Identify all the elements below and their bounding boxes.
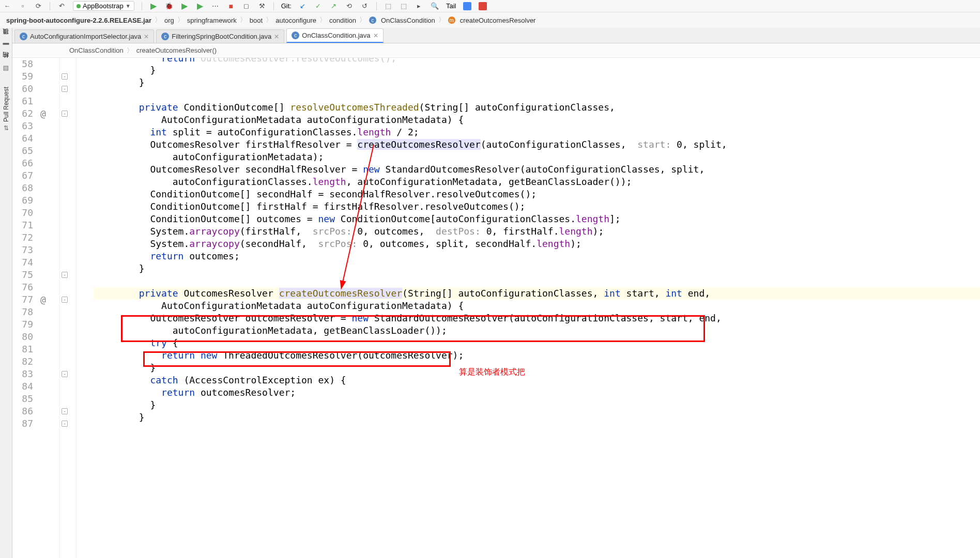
git-rollback-icon[interactable]: ↺ <box>361 2 369 10</box>
breadcrumb-class[interactable]: OnClassCondition <box>381 17 435 24</box>
editor-tab[interactable]: cOnClassCondition.java✕ <box>286 28 383 43</box>
tool-window-bar: ▬项目 ▤结构 ⇅Pull Request <box>0 28 12 558</box>
git-label: Git: <box>281 2 292 10</box>
more-icon[interactable]: ⬚ <box>400 2 408 10</box>
editor-tab-bar: cAutoConfigurationImportSelector.java✕ c… <box>12 28 980 43</box>
separator <box>273 2 274 10</box>
sidebar-tab-pull-request[interactable]: ⇅Pull Request <box>2 80 11 138</box>
coverage-icon[interactable]: ▶ <box>180 2 189 10</box>
annotation-text: 算是装饰者模式把 <box>459 366 525 378</box>
separator <box>376 2 377 10</box>
folder-icon: ▬ <box>3 41 9 49</box>
attach-icon[interactable]: ⋯ <box>211 2 220 10</box>
breadcrumb-part[interactable]: autoconfigure <box>275 17 316 24</box>
editor-tab[interactable]: cAutoConfigurationImportSelector.java✕ <box>14 29 154 43</box>
main-toolbar: ← ▫ ⟳ ↶ AppBootstrap ▼ ▶ 🐞 ▶ ▶ ⋯ ■ ◻ ⚒ G… <box>0 0 980 12</box>
hammer-icon[interactable]: ⚒ <box>258 2 266 10</box>
editor-tab[interactable]: cFilteringSpringBootCondition.java✕ <box>156 29 284 43</box>
profile-icon[interactable]: ▶ <box>196 2 204 10</box>
fold-toggle-icon[interactable]: - <box>62 111 68 117</box>
undo-icon[interactable]: ↶ <box>57 2 66 10</box>
method-pill-icon: m <box>448 17 455 24</box>
chevron-right-icon: 〉 <box>240 16 247 25</box>
close-icon[interactable]: ✕ <box>274 33 279 40</box>
chevron-right-icon: 〉 <box>177 16 184 25</box>
breadcrumb-part[interactable]: condition <box>329 17 356 24</box>
chevron-down-icon: ▼ <box>126 3 131 9</box>
run-config-label: AppBootstrap <box>83 2 124 10</box>
class-icon: c <box>161 33 169 40</box>
line-number-gutter: 5859606162636465666768697071727374757677… <box>12 58 37 558</box>
save-icon[interactable]: ▫ <box>19 2 27 10</box>
back-icon[interactable]: ← <box>3 2 11 10</box>
chevron-right-icon: 〉 <box>155 16 161 25</box>
breadcrumb-method[interactable]: createOutcomesResolver <box>460 17 536 24</box>
fold-toggle-icon[interactable]: - <box>62 421 68 427</box>
code-content[interactable]: return outcomesResolver.resolveOutcomes(… <box>76 58 980 558</box>
fold-toggle-icon[interactable]: - <box>62 272 68 278</box>
git-update-icon[interactable]: ↙ <box>299 2 307 10</box>
fold-toggle-icon[interactable]: - <box>62 73 68 80</box>
status-dot-icon <box>76 4 81 8</box>
tail-label: Tail <box>446 2 456 10</box>
editor-path-header: OnClassCondition 〉 createOutcomesResolve… <box>12 43 980 58</box>
breadcrumb-root[interactable]: spring-boot-autoconfigure-2.2.6.RELEASE.… <box>6 17 151 24</box>
fold-toggle-icon[interactable]: - <box>62 408 68 414</box>
path-method[interactable]: createOutcomesResolver() <box>136 47 217 54</box>
gutter-annotations: @@ <box>37 58 60 558</box>
sidebar-tab-structure[interactable]: ▤结构 <box>1 56 11 80</box>
override-marker-icon[interactable]: @ <box>40 107 46 120</box>
fold-toggle-icon[interactable]: - <box>62 371 68 377</box>
sidebar-tab-project[interactable]: ▬项目 <box>1 32 11 56</box>
fold-toggle-icon[interactable]: - <box>62 86 68 92</box>
git-history-icon[interactable]: ⟲ <box>345 2 354 10</box>
chevron-right-icon: 〉 <box>438 16 445 25</box>
git-commit-icon[interactable]: ✓ <box>314 2 323 10</box>
path-class[interactable]: OnClassCondition <box>69 47 124 54</box>
breadcrumb-part[interactable]: org <box>164 17 174 24</box>
chevron-right-icon: 〉 <box>127 46 133 55</box>
more-icon[interactable]: ⬚ <box>384 2 392 10</box>
plugin-icon[interactable] <box>463 2 471 10</box>
class-pill-icon: c <box>369 17 376 24</box>
run-configuration[interactable]: AppBootstrap ▼ <box>73 1 134 11</box>
chevron-right-icon: 〉 <box>319 16 326 25</box>
close-icon[interactable]: ✕ <box>144 33 149 40</box>
search-icon[interactable]: 🔍 <box>431 2 439 10</box>
code-editor[interactable]: 5859606162636465666768697071727374757677… <box>12 58 980 558</box>
structure-icon: ▤ <box>3 65 9 72</box>
separator <box>142 2 142 10</box>
breadcrumb-part[interactable]: springframework <box>187 17 237 24</box>
stop-icon[interactable]: ■ <box>227 2 235 10</box>
fold-gutter: -------- <box>60 58 76 558</box>
separator <box>50 2 50 10</box>
class-icon: c <box>20 33 27 40</box>
debug-icon[interactable]: 🐞 <box>165 2 173 10</box>
pr-icon: ⇅ <box>4 124 9 131</box>
breadcrumb-part[interactable]: boot <box>250 17 263 24</box>
fold-toggle-icon[interactable]: - <box>62 297 68 303</box>
play-small-icon[interactable]: ▸ <box>415 2 423 10</box>
plugin-icon[interactable] <box>479 2 487 10</box>
chevron-right-icon: 〉 <box>359 16 366 25</box>
override-marker-icon[interactable]: @ <box>40 293 46 306</box>
class-icon: c <box>292 32 299 39</box>
breadcrumb: spring-boot-autoconfigure-2.2.6.RELEASE.… <box>0 12 980 28</box>
git-push-icon[interactable]: ↗ <box>330 2 338 10</box>
run-icon[interactable]: ▶ <box>149 2 158 10</box>
chevron-right-icon: 〉 <box>266 16 272 25</box>
build-icon[interactable]: ◻ <box>242 2 251 10</box>
close-icon[interactable]: ✕ <box>373 32 378 39</box>
refresh-icon[interactable]: ⟳ <box>34 2 42 10</box>
